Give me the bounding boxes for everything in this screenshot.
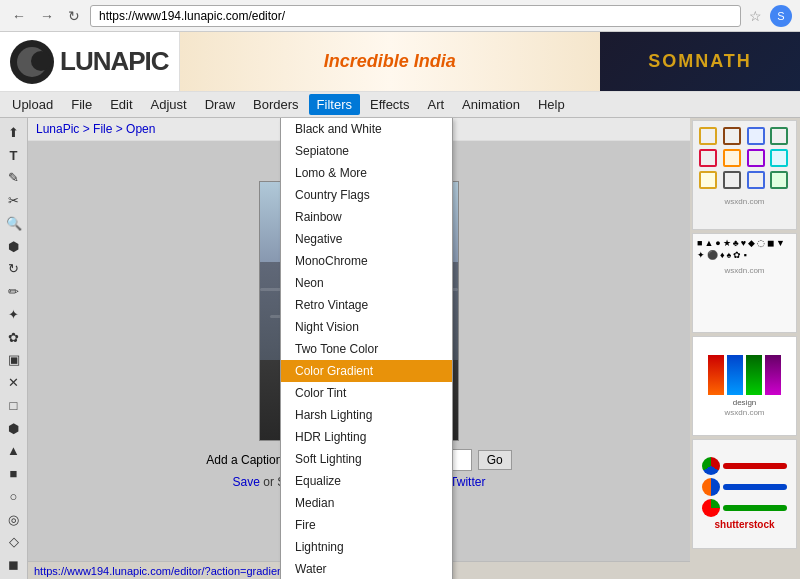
ad-icons-row: ■ ▲ ● ★ ♣ ♥ ◆ ◌ ◼ ▼ ✦ ⚫ ♦ ♠ ✿ ▪	[693, 234, 796, 264]
menu-effects[interactable]: Effects	[362, 94, 418, 115]
save-link[interactable]: Save	[233, 475, 260, 489]
ad-bar-2	[723, 484, 788, 490]
forward-button[interactable]: →	[36, 6, 58, 26]
ad-icon-13: ♦	[720, 250, 725, 260]
url-bar[interactable]	[90, 5, 741, 27]
filters-dropdown: Black and White Sepiatone Lomo & More Co…	[280, 118, 453, 579]
menu-edit[interactable]: Edit	[102, 94, 140, 115]
tool-poly[interactable]: ◼	[3, 554, 25, 575]
menu-item-lightning[interactable]: Lightning	[281, 536, 452, 558]
ad-block-3: design wsxdn.com	[692, 336, 797, 436]
ad-circle-1	[702, 457, 720, 475]
ad-block-4: shutterstock	[692, 439, 797, 549]
menu-borders[interactable]: Borders	[245, 94, 307, 115]
ad-banner-top: LUNAPIC Incredible India SOMNATH	[0, 32, 800, 92]
menu-item-color-gradient[interactable]: Color Gradient	[281, 360, 452, 382]
menu-item-night-vision[interactable]: Night Vision	[281, 316, 452, 338]
menu-item-monochrome[interactable]: MonoChrome	[281, 250, 452, 272]
ad-center-text: Incredible India	[180, 32, 600, 91]
menu-item-soft-lighting[interactable]: Soft Lighting	[281, 448, 452, 470]
twitter-link[interactable]: Twitter	[450, 475, 485, 489]
logo-area: LUNAPIC	[0, 32, 180, 91]
menu-item-sepiatone[interactable]: Sepiatone	[281, 140, 452, 162]
tool-text[interactable]: T	[3, 145, 25, 166]
tool-frame[interactable]: ▲	[3, 441, 25, 462]
menu-art[interactable]: Art	[419, 94, 452, 115]
menu-adjust[interactable]: Adjust	[143, 94, 195, 115]
menu-filters[interactable]: Filters	[309, 94, 360, 115]
tool-crop[interactable]: ✂	[3, 190, 25, 211]
ad-icon-7: ◆	[748, 238, 755, 248]
back-button[interactable]: ←	[8, 6, 30, 26]
logo-text: LUNAPIC	[60, 46, 169, 77]
breadcrumb-file[interactable]: File	[93, 122, 112, 136]
menu-item-rainbow[interactable]: Rainbow	[281, 206, 452, 228]
tool-rect[interactable]: ▣	[3, 350, 25, 371]
tool-shape[interactable]: ⬢	[3, 236, 25, 257]
menu-item-median[interactable]: Median	[281, 492, 452, 514]
tool-circle[interactable]: ○	[3, 486, 25, 507]
menu-item-fire[interactable]: Fire	[281, 514, 452, 536]
menu-item-country-flags[interactable]: Country Flags	[281, 184, 452, 206]
menu-item-negative[interactable]: Negative	[281, 228, 452, 250]
tool-pencil[interactable]: ✎	[3, 168, 25, 189]
tool-oval[interactable]: ◎	[3, 509, 25, 530]
ad-square-9	[699, 171, 717, 189]
ad-icon-10: ▼	[776, 238, 785, 248]
tool-fill[interactable]: ■	[3, 463, 25, 484]
menu-item-lomo[interactable]: Lomo & More	[281, 162, 452, 184]
menu-item-harsh-lighting[interactable]: Harsh Lighting	[281, 404, 452, 426]
ad-design-label: design	[733, 398, 757, 407]
ad-square-12	[770, 171, 788, 189]
ad-square-2	[723, 127, 741, 145]
tool-brush[interactable]: ✏	[3, 281, 25, 302]
tool-zoom[interactable]: 🔍	[3, 213, 25, 234]
ad-block-3-caption: wsxdn.com	[723, 407, 765, 418]
ad-bar-1	[723, 463, 788, 469]
menu-item-retro-vintage[interactable]: Retro Vintage	[281, 294, 452, 316]
go-button[interactable]: Go	[478, 450, 512, 470]
tool-close[interactable]: ✕	[3, 372, 25, 393]
menu-item-color-tint[interactable]: Color Tint	[281, 382, 452, 404]
menu-animation[interactable]: Animation	[454, 94, 528, 115]
ad-circle-3	[702, 499, 720, 517]
user-avatar[interactable]: S	[770, 5, 792, 27]
tool-diamond[interactable]: ◇	[3, 532, 25, 553]
ad-icon-8: ◌	[757, 238, 765, 248]
ad-square-7	[747, 149, 765, 167]
tool-square[interactable]: □	[3, 395, 25, 416]
menu-item-equalize[interactable]: Equalize	[281, 470, 452, 492]
tool-star[interactable]: ✦	[3, 304, 25, 325]
menu-item-water[interactable]: Water	[281, 558, 452, 579]
tool-rotate[interactable]: ↻	[3, 259, 25, 280]
ad-square-11	[747, 171, 765, 189]
menu-help[interactable]: Help	[530, 94, 573, 115]
menu-bar: Upload File Edit Adjust Draw Borders Fil…	[0, 92, 800, 118]
reload-button[interactable]: ↻	[64, 6, 84, 26]
ad-icon-3: ●	[715, 238, 720, 248]
menu-item-neon[interactable]: Neon	[281, 272, 452, 294]
ad-icon-12: ⚫	[707, 250, 718, 260]
ad-circle-row-2	[702, 478, 788, 496]
shutterstock-label: shutterstock	[712, 517, 776, 532]
ad-icon-5: ♣	[733, 238, 739, 248]
breadcrumb-lunapic[interactable]: LunaPic	[36, 122, 79, 136]
ad-block-1: wsxdn.com	[692, 120, 797, 230]
menu-item-two-tone-color[interactable]: Two Tone Color	[281, 338, 452, 360]
ad-color-bar-2	[727, 355, 743, 395]
ad-squares	[693, 121, 796, 195]
menu-upload[interactable]: Upload	[4, 94, 61, 115]
menu-item-black-and-white[interactable]: Black and White	[281, 118, 452, 140]
ad-color-bar-3	[746, 355, 762, 395]
tool-select[interactable]: ⬆	[3, 122, 25, 143]
bookmark-star-icon[interactable]: ☆	[747, 6, 764, 26]
ad-circle-row-1	[702, 457, 788, 475]
tool-flower[interactable]: ✿	[3, 327, 25, 348]
ad-circle-2	[702, 478, 720, 496]
menu-item-hdr-lighting[interactable]: HDR Lighting	[281, 426, 452, 448]
tool-hex[interactable]: ⬢	[3, 418, 25, 439]
menu-draw[interactable]: Draw	[197, 94, 243, 115]
ad-square-8	[770, 149, 788, 167]
ad-right-text: SOMNATH	[600, 32, 800, 91]
menu-file[interactable]: File	[63, 94, 100, 115]
